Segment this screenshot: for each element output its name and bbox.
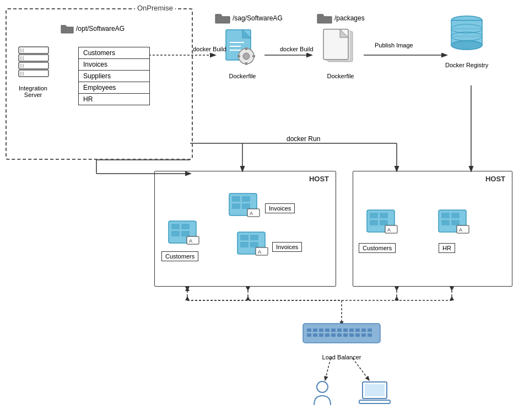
svg-rect-99: [313, 329, 317, 332]
svg-rect-48: [245, 62, 247, 65]
svg-rect-115: [343, 333, 348, 337]
host1-container-customers: A: [166, 216, 204, 256]
docker-run-label: docker Run: [287, 135, 320, 143]
svg-marker-17: [395, 287, 399, 291]
svg-rect-65: [171, 231, 180, 236]
svg-rect-63: [171, 224, 180, 229]
svg-marker-19: [450, 287, 454, 291]
packages-folder-area: /packages: [317, 12, 365, 24]
svg-rect-116: [349, 333, 354, 337]
svg-rect-80: [250, 242, 258, 247]
svg-rect-118: [361, 333, 366, 337]
person-icon: [309, 380, 336, 413]
svg-rect-106: [355, 329, 360, 332]
host1-customers-label: Customers: [161, 251, 198, 261]
docker-registry-icon: [447, 12, 486, 59]
svg-marker-23: [246, 296, 250, 300]
svg-rect-104: [343, 329, 348, 332]
docker-container-2-icon: A: [226, 188, 265, 227]
svg-rect-111: [319, 333, 323, 337]
svg-rect-87: [380, 220, 388, 225]
dockerfile2-label: Dockerfile: [318, 73, 363, 79]
host1-container-invoices-top: A: [226, 188, 265, 228]
integration-server: Integration Server: [17, 42, 51, 98]
package-suppliers: Suppliers: [79, 71, 149, 82]
docker-registry-label: Docker Registry: [445, 62, 488, 68]
host1-label: HOST: [309, 175, 329, 183]
docker-build-2-label: docker Build: [280, 45, 314, 53]
host-box-1: HOST A Customers: [154, 171, 336, 287]
host2-hr-label: HR: [439, 243, 455, 253]
opt-folder-label: /opt/SoftwareAG: [76, 25, 125, 33]
svg-rect-94: [451, 220, 460, 225]
svg-rect-93: [441, 220, 450, 225]
dockerfile1-icon: [223, 29, 262, 70]
svg-line-27: [353, 358, 369, 380]
docker-build-1-label: docker Build: [193, 45, 226, 53]
svg-rect-66: [181, 231, 190, 236]
svg-rect-122: [365, 384, 385, 396]
svg-rect-101: [325, 329, 329, 332]
docker-container-host2-2-icon: A: [436, 204, 474, 243]
svg-rect-79: [240, 242, 249, 247]
svg-rect-114: [337, 333, 342, 337]
svg-rect-77: [240, 235, 249, 240]
svg-rect-102: [331, 329, 336, 332]
svg-rect-92: [451, 213, 460, 218]
host2-label: HOST: [485, 175, 505, 183]
svg-marker-12: [185, 287, 190, 291]
dockerfile1-label: Dockerfile: [220, 73, 264, 79]
load-balancer-label: Load Balancer: [300, 354, 383, 360]
svg-rect-117: [355, 333, 360, 337]
person-icon-area: [309, 380, 336, 415]
host1-invoices-top-label: Invoices: [265, 203, 295, 213]
load-balancer-icon: [300, 321, 383, 351]
sag-folder-label: /sag/SoftwareAG: [233, 14, 283, 22]
svg-rect-113: [331, 333, 336, 337]
svg-rect-84: [370, 213, 378, 218]
svg-rect-64: [181, 224, 190, 229]
host2-customers-label: Customers: [359, 243, 396, 253]
svg-text:A: A: [189, 238, 192, 244]
packages-folder-icon: [317, 12, 332, 24]
package-list: Customers Invoices Suppliers Employees H…: [78, 47, 150, 105]
svg-rect-98: [307, 329, 311, 332]
publish-image-label: Publish Image: [375, 41, 413, 49]
svg-rect-109: [307, 333, 311, 337]
host2-container-hr: A: [436, 204, 474, 245]
docker-container-host2-1-icon: A: [364, 204, 403, 243]
host1-container-invoices-bottom: A: [235, 227, 273, 267]
svg-rect-110: [313, 333, 317, 337]
svg-text:A: A: [250, 211, 253, 216]
svg-rect-119: [368, 333, 372, 337]
svg-marker-24: [395, 296, 399, 300]
svg-marker-22: [185, 296, 190, 300]
onpremise-label: OnPremise: [135, 4, 175, 12]
sag-folder-area: /sag/SoftwareAG: [215, 12, 283, 24]
svg-text:A: A: [387, 227, 391, 233]
svg-rect-107: [361, 329, 366, 332]
svg-rect-105: [349, 329, 354, 332]
svg-rect-70: [232, 196, 240, 202]
laptop-icon-area: [358, 379, 391, 411]
onpremise-box: OnPremise Integration Server: [6, 8, 193, 160]
svg-rect-73: [242, 203, 250, 209]
dockerfile2-icon: [321, 29, 360, 70]
dockerfile1-area: Dockerfile: [220, 29, 264, 79]
svg-text:A: A: [459, 227, 462, 233]
svg-rect-112: [325, 333, 329, 337]
svg-marker-25: [450, 296, 454, 300]
svg-rect-47: [245, 47, 247, 50]
svg-rect-85: [380, 213, 388, 218]
svg-line-26: [325, 358, 331, 380]
svg-rect-72: [232, 203, 240, 209]
package-invoices: Invoices: [79, 59, 149, 71]
host1-invoices-bottom-label: Invoices: [272, 242, 302, 252]
packages-folder-label: /packages: [334, 14, 365, 22]
dockerfile2-area: Dockerfile: [318, 29, 363, 79]
host2-container-customers: A: [364, 204, 403, 245]
package-hr: HR: [79, 94, 149, 105]
svg-rect-71: [242, 196, 250, 202]
package-customers: Customers: [79, 47, 149, 59]
svg-rect-78: [250, 235, 258, 240]
